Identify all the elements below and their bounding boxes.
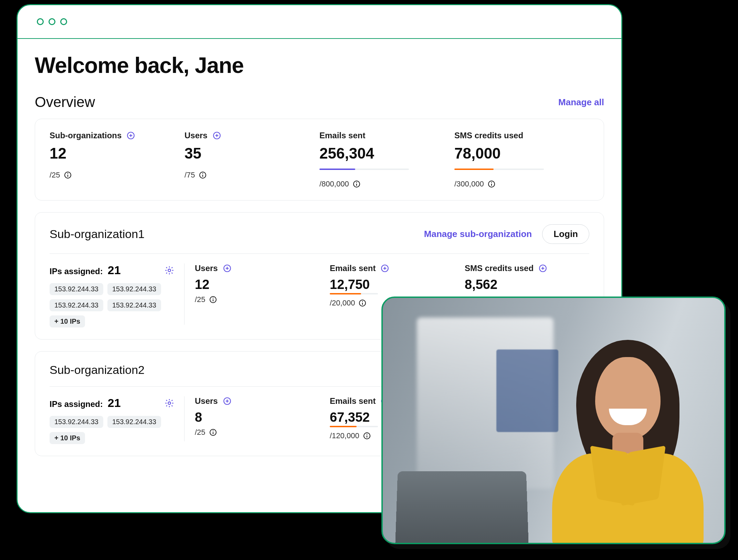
info-icon[interactable] xyxy=(358,299,367,307)
stat-value: 8 xyxy=(195,411,309,424)
suborg-title: Sub-organization2 xyxy=(50,363,145,377)
ip-chip[interactable]: 153.92.244.33 xyxy=(107,283,161,295)
ips-count: 21 xyxy=(108,263,121,277)
info-icon[interactable] xyxy=(209,295,217,304)
svg-point-11 xyxy=(202,173,203,174)
stat-label: Emails sent xyxy=(330,263,376,273)
overview-stat: Sub-organizations12/25 xyxy=(50,131,184,189)
stat-limit: /120,000 xyxy=(330,431,359,440)
overview-stat: Emails sent256,304/800,000 xyxy=(319,131,454,189)
stat-value: 12 xyxy=(50,146,184,161)
stat-value: 256,304 xyxy=(319,146,454,161)
info-icon[interactable] xyxy=(64,171,72,179)
info-icon[interactable] xyxy=(363,432,371,440)
plus-circle-icon[interactable] xyxy=(126,131,135,140)
suborg-title: Sub-organization1 xyxy=(50,227,145,241)
plus-circle-icon[interactable] xyxy=(223,264,232,273)
stat-value: 35 xyxy=(184,146,319,161)
svg-point-17 xyxy=(491,182,492,183)
ips-column: IPs assigned:21153.92.244.33153.92.244.3… xyxy=(50,396,184,444)
window-control-dot[interactable] xyxy=(49,18,55,25)
ip-chip[interactable]: 153.92.244.33 xyxy=(50,283,103,295)
overview-title: Overview xyxy=(35,94,95,110)
ip-chip[interactable]: 153.92.244.33 xyxy=(50,299,103,311)
info-icon[interactable] xyxy=(199,171,207,179)
svg-point-40 xyxy=(212,430,213,431)
ip-chip-more[interactable]: + 10 IPs xyxy=(50,432,85,444)
stat-label: Users xyxy=(195,263,218,273)
info-icon[interactable] xyxy=(487,180,496,188)
ip-chip[interactable]: 153.92.244.33 xyxy=(50,416,103,428)
plus-circle-icon[interactable] xyxy=(223,397,232,406)
manage-suborg-link[interactable]: Manage sub-organization xyxy=(424,229,532,239)
svg-point-46 xyxy=(366,434,367,434)
ips-label: IPs assigned: xyxy=(50,399,103,409)
stat-label: SMS credits used xyxy=(454,131,523,140)
progress-bar xyxy=(454,169,544,170)
gear-icon[interactable] xyxy=(165,398,174,408)
overview-stat: SMS credits used78,000/300,000 xyxy=(454,131,589,189)
stat-limit: /800,000 xyxy=(319,180,349,189)
stat-limit: /75 xyxy=(184,171,195,180)
window-control-dot[interactable] xyxy=(60,18,67,25)
progress-bar xyxy=(319,169,409,170)
ip-chip-more[interactable]: + 10 IPs xyxy=(50,315,85,327)
svg-point-34 xyxy=(168,402,170,404)
stat-value: 8,562 xyxy=(465,278,579,291)
ips-label: IPs assigned: xyxy=(50,267,103,276)
svg-point-24 xyxy=(212,298,213,298)
svg-point-5 xyxy=(67,173,68,174)
window-control-dot[interactable] xyxy=(37,18,44,25)
stat-value: 12 xyxy=(195,278,309,291)
overview-card: Sub-organizations12/25Users35/75Emails s… xyxy=(35,119,604,201)
welcome-heading: Welcome back, Jane xyxy=(35,53,604,78)
suborg-stat: Users8/25 xyxy=(184,396,319,444)
stat-limit: /300,000 xyxy=(454,180,484,189)
progress-bar xyxy=(330,426,378,427)
stat-limit: /25 xyxy=(195,428,205,437)
stat-label: Emails sent xyxy=(330,396,376,406)
stat-label: Users xyxy=(184,131,208,140)
suborg-stat: Users12/25 xyxy=(184,263,319,327)
stat-limit: /25 xyxy=(195,295,205,304)
overview-stat: Users35/75 xyxy=(184,131,319,189)
manage-all-link[interactable]: Manage all xyxy=(558,97,604,108)
gear-icon[interactable] xyxy=(165,266,174,275)
ips-count: 21 xyxy=(108,396,121,410)
login-button[interactable]: Login xyxy=(542,224,589,244)
progress-bar xyxy=(330,293,378,294)
svg-point-18 xyxy=(168,269,170,271)
stat-label: Emails sent xyxy=(319,131,365,140)
info-icon[interactable] xyxy=(209,428,217,437)
ip-chip[interactable]: 153.92.244.33 xyxy=(107,299,161,311)
svg-point-30 xyxy=(362,301,363,302)
hero-photo xyxy=(381,297,726,544)
ips-column: IPs assigned:21153.92.244.33153.92.244.3… xyxy=(50,263,184,327)
ip-chip[interactable]: 153.92.244.33 xyxy=(107,416,161,428)
info-icon[interactable] xyxy=(352,180,361,188)
stat-value: 12,750 xyxy=(330,278,444,291)
plus-circle-icon[interactable] xyxy=(380,264,389,273)
window-titlebar xyxy=(18,5,621,39)
stat-label: Users xyxy=(195,396,218,406)
stat-value: 78,000 xyxy=(454,146,589,161)
stat-limit: /20,000 xyxy=(330,299,355,308)
stat-limit: /25 xyxy=(50,171,60,180)
stat-label: SMS credits used xyxy=(465,263,534,273)
svg-point-14 xyxy=(356,182,357,183)
plus-circle-icon[interactable] xyxy=(538,264,547,273)
plus-circle-icon[interactable] xyxy=(212,131,221,140)
stat-label: Sub-organizations xyxy=(50,131,122,140)
